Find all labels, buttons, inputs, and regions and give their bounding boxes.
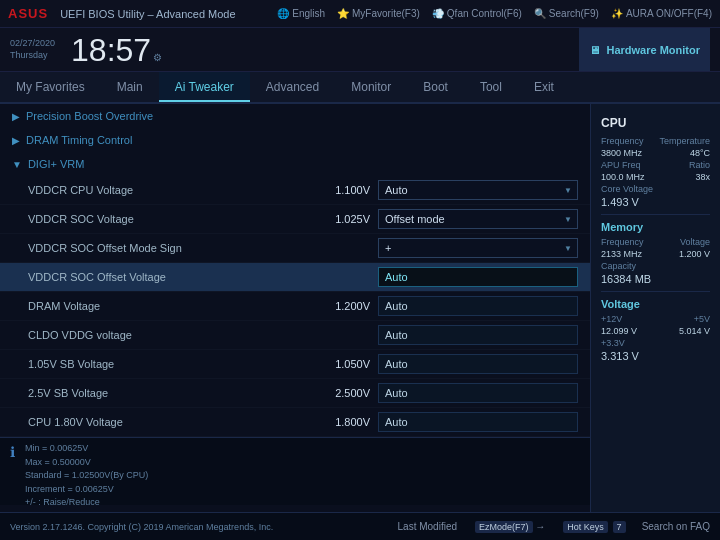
25v-sb-control [378, 383, 578, 403]
row-vddcr-soc-offset-voltage: VDDCR SOC Offset Voltage [0, 263, 590, 292]
offset-voltage-control [378, 267, 578, 287]
nav-monitor[interactable]: Monitor [335, 72, 407, 102]
info-icon: ℹ [10, 444, 15, 460]
last-modified-btn[interactable]: Last Modified [398, 521, 457, 532]
nav-ai-tweaker[interactable]: Ai Tweaker [159, 72, 250, 102]
hw-divider-2 [601, 291, 710, 292]
hw-mem-freq-val-row: 2133 MHz 1.200 V [601, 249, 710, 259]
cpu-180v-input[interactable] [378, 412, 578, 432]
row-vddcr-cpu-voltage: VDDCR CPU Voltage 1.100V Auto Manual [0, 176, 590, 205]
hw-v33-label-row: +3.3V [601, 338, 710, 348]
top-tools: 🌐 English ⭐ MyFavorite(F3) 💨 Qfan Contro… [277, 8, 712, 19]
bottom-bar: Version 2.17.1246. Copyright (C) 2019 Am… [0, 512, 720, 540]
section-digi-vrm[interactable]: ▼ DIGI+ VRM [0, 152, 590, 176]
hw-apu-freq-val-row: 100.0 MHz 38x [601, 172, 710, 182]
row-cldo-vddg: CLDO VDDG voltage [0, 321, 590, 350]
date-display: 02/27/2020 Thursday [10, 38, 55, 61]
hw-core-voltage-value: 1.493 V [601, 196, 710, 208]
info-text: Min = 0.00625V Max = 0.50000V Standard =… [25, 442, 175, 512]
offset-voltage-input[interactable] [378, 267, 578, 287]
hw-mem-capacity-label-row: Capacity [601, 261, 710, 271]
hw-mem-capacity-value: 16384 MB [601, 273, 710, 285]
right-panel: CPU Frequency Temperature 3800 MHz 48°C … [590, 104, 720, 512]
row-cpu-180v: CPU 1.80V Voltage 1.800V [0, 408, 590, 437]
vddcr-soc-dropdown[interactable]: Offset mode Auto Manual [378, 209, 578, 229]
hot-keys-btn[interactable]: Hot Keys 7 [561, 521, 625, 532]
datetime-bar: 02/27/2020 Thursday 18:57⚙ 🖥 Hardware Mo… [0, 28, 720, 72]
cldo-vddg-input[interactable] [378, 325, 578, 345]
105v-sb-control [378, 354, 578, 374]
hw-core-voltage-label-row: Core Voltage [601, 184, 710, 194]
bottom-actions: Last Modified EzMode(F7) → Hot Keys 7 Se… [398, 521, 710, 532]
search-btn[interactable]: 🔍 Search(F9) [534, 8, 599, 19]
section-dram-timing[interactable]: ▶ DRAM Timing Control [0, 128, 590, 152]
copyright-text: Version 2.17.1246. Copyright (C) 2019 Am… [10, 522, 273, 532]
hw-mem-freq-row: Frequency Voltage [601, 237, 710, 247]
hw-v12-val-row: 12.099 V 5.014 V [601, 326, 710, 336]
row-25v-sb: 2.5V SB Voltage 2.500V [0, 379, 590, 408]
dram-voltage-control [378, 296, 578, 316]
offset-sign-dropdown[interactable]: + - [378, 238, 578, 258]
asus-logo: ASUS [8, 6, 48, 21]
vddcr-soc-dropdown-wrapper: Offset mode Auto Manual [378, 209, 578, 229]
voltage-section-title: Voltage [601, 298, 710, 310]
hw-cpu-freq-val-row: 3800 MHz 48°C [601, 148, 710, 158]
vddcr-cpu-dropdown-wrapper: Auto Manual [378, 180, 578, 200]
ez-mode-btn[interactable]: EzMode(F7) → [473, 521, 545, 532]
nav-exit[interactable]: Exit [518, 72, 570, 102]
time-display: 18:57⚙ [71, 34, 162, 66]
row-vddcr-soc-voltage: VDDCR SOC Voltage 1.025V Offset mode Aut… [0, 205, 590, 234]
cldo-vddg-control [378, 325, 578, 345]
dram-voltage-input[interactable] [378, 296, 578, 316]
hw-cpu-freq-row: Frequency Temperature [601, 136, 710, 146]
hw-v12-row: +12V +5V [601, 314, 710, 324]
arrow-icon-expanded: ▼ [12, 159, 22, 170]
25v-sb-input[interactable] [378, 383, 578, 403]
qfan-control-btn[interactable]: 💨 Qfan Control(F6) [432, 8, 522, 19]
nav-boot[interactable]: Boot [407, 72, 464, 102]
arrow-icon: ▶ [12, 135, 20, 146]
section-precision-boost[interactable]: ▶ Precision Boost Overdrive [0, 104, 590, 128]
nav-bar: My Favorites Main Ai Tweaker Advanced Mo… [0, 72, 720, 104]
search-faq-btn[interactable]: Search on FAQ [642, 521, 710, 532]
cpu-180v-control [378, 412, 578, 432]
memory-section-title: Memory [601, 221, 710, 233]
row-105v-sb: 1.05V SB Voltage 1.050V [0, 350, 590, 379]
nav-advanced[interactable]: Advanced [250, 72, 335, 102]
hw-v33-value: 3.313 V [601, 350, 710, 362]
105v-sb-input[interactable] [378, 354, 578, 374]
hw-divider-1 [601, 214, 710, 215]
row-vddcr-soc-offset-sign: VDDCR SOC Offset Mode Sign + - [0, 234, 590, 263]
nav-my-favorites[interactable]: My Favorites [0, 72, 101, 102]
info-bar: ℹ Min = 0.00625V Max = 0.50000V Standard… [0, 437, 590, 505]
cpu-section-title: CPU [601, 116, 710, 130]
hw-apu-freq-row: APU Freq Ratio [601, 160, 710, 170]
my-favorite-btn[interactable]: ⭐ MyFavorite(F3) [337, 8, 420, 19]
language-selector[interactable]: 🌐 English [277, 8, 325, 19]
nav-main[interactable]: Main [101, 72, 159, 102]
hw-monitor-header: 🖥 Hardware Monitor [579, 28, 710, 71]
arrow-icon: ▶ [12, 111, 20, 122]
row-dram-voltage: DRAM Voltage 1.200V [0, 292, 590, 321]
bios-title: UEFI BIOS Utility – Advanced Mode [60, 8, 235, 20]
aura-btn[interactable]: ✨ AURA ON/OFF(F4) [611, 8, 712, 19]
nav-tool[interactable]: Tool [464, 72, 518, 102]
offset-sign-dropdown-wrapper: + - [378, 238, 578, 258]
main-layout: ▶ Precision Boost Overdrive ▶ DRAM Timin… [0, 104, 720, 512]
vddcr-cpu-dropdown[interactable]: Auto Manual [378, 180, 578, 200]
left-panel: ▶ Precision Boost Overdrive ▶ DRAM Timin… [0, 104, 590, 512]
top-bar: ASUS UEFI BIOS Utility – Advanced Mode 🌐… [0, 0, 720, 28]
